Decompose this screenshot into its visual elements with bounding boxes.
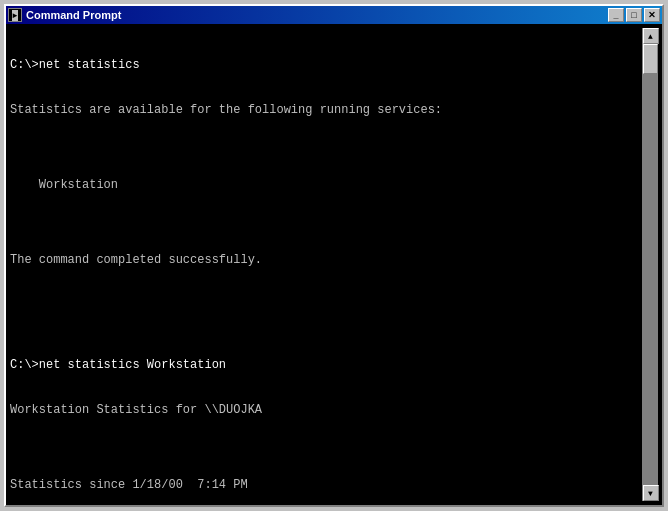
console-content: C:\>net statistics Statistics are availa…: [10, 28, 642, 501]
window-title: Command Prompt: [26, 9, 608, 21]
line-1: C:\>net statistics: [10, 58, 642, 73]
window-controls: _ □ ✕: [608, 8, 660, 22]
maximize-button[interactable]: □: [626, 8, 642, 22]
line-9: C:\>net statistics Workstation: [10, 358, 642, 373]
console-area: C:\>net statistics Statistics are availa…: [6, 24, 662, 505]
scroll-track: [643, 44, 658, 485]
window-icon: ►: [8, 8, 22, 22]
scroll-up-button[interactable]: ▲: [643, 28, 659, 44]
close-button[interactable]: ✕: [644, 8, 660, 22]
line-12: Statistics since 1/18/00 7:14 PM: [10, 478, 642, 493]
minimize-button[interactable]: _: [608, 8, 624, 22]
title-bar: ► Command Prompt _ □ ✕: [6, 6, 662, 24]
line-6: The command completed successfully.: [10, 253, 642, 268]
line-4: Workstation: [10, 178, 642, 193]
scroll-thumb[interactable]: [643, 44, 658, 74]
command-prompt-window: ► Command Prompt _ □ ✕ C:\>net statistic…: [4, 4, 664, 507]
line-2: Statistics are available for the followi…: [10, 103, 642, 118]
line-10: Workstation Statistics for \\DUOJKA: [10, 403, 642, 418]
scrollbar: ▲ ▼: [642, 28, 658, 501]
scroll-down-button[interactable]: ▼: [643, 485, 659, 501]
